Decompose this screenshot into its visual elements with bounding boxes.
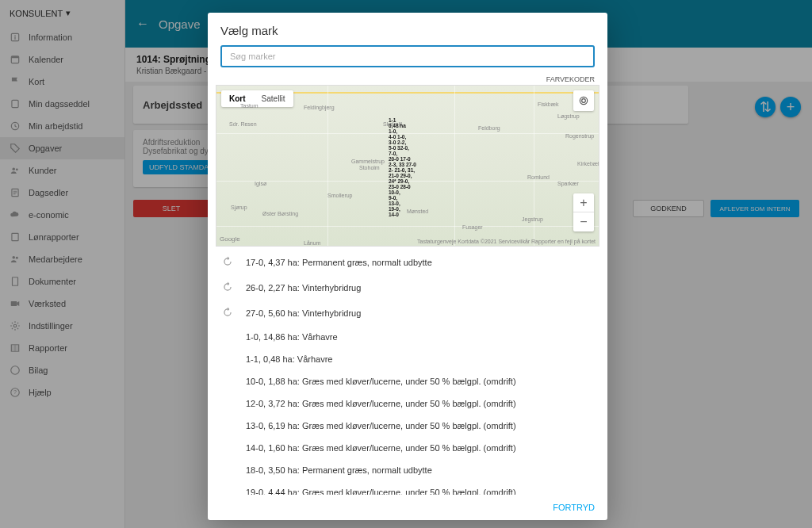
map-town-label: Feldborg	[478, 125, 500, 131]
map-town-label: Stoholm	[359, 165, 380, 170]
field-list-item-text: 19-0, 4,44 ha: Græs med kløver/lucerne, …	[246, 488, 516, 495]
field-list-item-text: 12-0, 3,72 ha: Græs med kløver/lucerne, …	[246, 399, 516, 408]
history-icon	[222, 256, 235, 269]
modal-title: Vælg mark	[220, 24, 595, 37]
field-list-item[interactable]: 1-1, 0,48 ha: Vårhavre	[211, 348, 604, 370]
field-list-item-text: 1-0, 14,86 ha: Vårhavre	[246, 332, 338, 342]
map-town-label: Rogenstrup	[565, 133, 594, 139]
map-tab-satellite[interactable]: Satellit	[254, 90, 293, 107]
map-field-labels-cluster: 1-10,48 ha1-0,4-0 1-0,3-0 2-2,5-0 32-0,7…	[389, 117, 436, 217]
field-list-item[interactable]: 12-0, 3,72 ha: Græs med kløver/lucerne, …	[211, 392, 604, 415]
map-town-label: Fusager	[462, 224, 483, 230]
map-town-label: Jegstrup	[522, 216, 543, 222]
select-field-modal: Vælg mark FARVEKODER Kort Satellit + − T…	[208, 13, 607, 520]
map-town-label: Romlund	[527, 174, 550, 180]
search-fields-input[interactable]	[220, 45, 595, 67]
map-town-label: Kirkebæk	[577, 161, 599, 166]
map-attribution: Tastaturgenveje Kortdata ©2021 Servicevi…	[417, 239, 596, 244]
field-list-item-text: 14-0, 1,60 ha: Græs med kløver/lucerne, …	[246, 443, 516, 453]
map-town-label: Iglsø	[255, 181, 266, 186]
map-town-label: Feldingbjerg	[304, 105, 335, 110]
map-road	[454, 86, 455, 246]
field-list[interactable]: 17-0, 4,37 ha: Permanent græs, normalt u…	[208, 250, 607, 495]
map[interactable]: Kort Satellit + − TastumFeldingbjergFisk…	[216, 85, 599, 247]
crosshair-icon	[578, 95, 589, 106]
field-list-item[interactable]: 13-0, 6,19 ha: Græs med kløver/lucerne, …	[211, 415, 604, 437]
map-town-label: Lånum	[304, 240, 320, 246]
field-list-item-text: 13-0, 6,19 ha: Græs med kløver/lucerne, …	[246, 421, 516, 430]
field-list-item-text: 1-1, 0,48 ha: Vårhavre	[246, 354, 332, 364]
color-codes-link[interactable]: FARVEKODER	[546, 75, 595, 83]
map-zoom-out[interactable]: −	[573, 212, 594, 231]
field-list-item-text: 27-0, 5,60 ha: Vinterhybridrug	[246, 308, 361, 318]
map-locate-button[interactable]	[573, 90, 594, 111]
map-town-label: Sparkær	[557, 181, 579, 186]
map-zoom-controls: + −	[573, 193, 594, 231]
map-town-label: Fiskbæk	[538, 101, 558, 107]
field-list-item[interactable]: 26-0, 2,27 ha: Vinterhybridrug	[211, 275, 604, 300]
field-list-item-text: 10-0, 1,88 ha: Græs med kløver/lucerne, …	[246, 377, 516, 386]
map-town-label: Tastum	[240, 103, 259, 109]
field-list-item[interactable]: 18-0, 3,50 ha: Permanent græs, normalt u…	[211, 459, 604, 481]
history-icon	[222, 307, 235, 319]
map-road	[216, 226, 599, 227]
field-list-item[interactable]: 1-0, 14,86 ha: Vårhavre	[211, 326, 604, 348]
svg-point-20	[582, 99, 586, 103]
field-list-item[interactable]: 19-0, 4,44 ha: Græs med kløver/lucerne, …	[211, 481, 604, 495]
cancel-button[interactable]: FORTRYD	[553, 503, 595, 512]
svg-point-21	[580, 97, 587, 104]
map-town-label: Sjørup	[231, 205, 247, 210]
map-town-label: Øster Børsting	[262, 211, 298, 216]
modal-header: Vælg mark	[208, 13, 607, 74]
field-list-item[interactable]: 17-0, 4,37 ha: Permanent græs, normalt u…	[211, 250, 604, 275]
field-list-item[interactable]: 27-0, 5,60 ha: Vinterhybridrug	[211, 300, 604, 326]
map-google-logo: Google	[220, 235, 240, 243]
field-list-item-text: 26-0, 2,27 ha: Vinterhybridrug	[246, 283, 361, 293]
field-list-item[interactable]: 14-0, 1,60 ha: Græs med kløver/lucerne, …	[211, 437, 604, 459]
map-town-label: Løgstrup	[557, 113, 580, 119]
field-list-item-text: 18-0, 3,50 ha: Permanent græs, normalt u…	[246, 465, 432, 475]
field-list-item-text: 17-0, 4,37 ha: Permanent græs, normalt u…	[246, 258, 432, 267]
map-zoom-in[interactable]: +	[573, 193, 594, 212]
map-town-label: Smollerup	[327, 193, 353, 198]
map-town-label: Sdr. Resen	[229, 121, 257, 127]
history-icon	[222, 281, 235, 294]
field-list-item[interactable]: 10-0, 1,88 ha: Græs med kløver/lucerne, …	[211, 370, 604, 392]
map-town-label: Gammelstrup	[351, 159, 385, 164]
